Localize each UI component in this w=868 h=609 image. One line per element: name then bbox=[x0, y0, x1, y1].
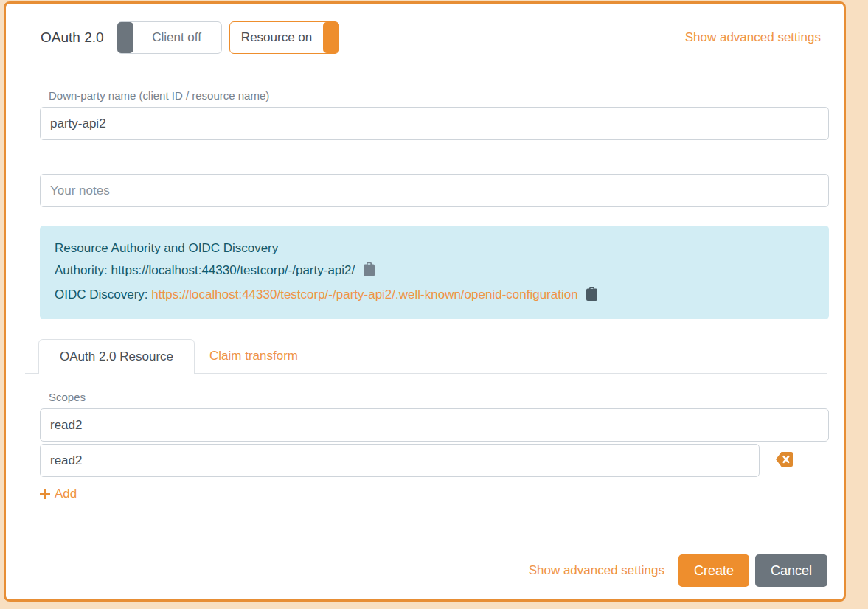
add-scope-button[interactable]: Add bbox=[40, 487, 77, 501]
form-area: Down-party name (client ID / resource na… bbox=[6, 89, 844, 319]
show-advanced-settings-link-top[interactable]: Show advanced settings bbox=[685, 30, 821, 45]
cancel-button[interactable]: Cancel bbox=[755, 554, 827, 587]
oidc-discovery-link[interactable]: https://localhost:44330/testcorp/-/party… bbox=[151, 288, 577, 302]
footer-divider bbox=[25, 537, 827, 537]
panel-footer: Show advanced settings Create Cancel bbox=[6, 554, 844, 587]
panel-header: OAuth 2.0 Client off Resource on Show ad… bbox=[6, 4, 844, 72]
info-box-title: Resource Authority and OIDC Discovery bbox=[55, 237, 814, 260]
resource-toggle-label: Resource on bbox=[230, 30, 338, 45]
discovery-line: OIDC Discovery: https://localhost:44330/… bbox=[55, 284, 814, 308]
backspace-delete-icon bbox=[776, 452, 793, 470]
resource-toggle[interactable]: Resource on bbox=[229, 21, 339, 54]
resource-authority-info-box: Resource Authority and OIDC Discovery Au… bbox=[40, 226, 829, 319]
scope-row bbox=[40, 444, 829, 477]
oauth-down-party-panel: OAuth 2.0 Client off Resource on Show ad… bbox=[4, 1, 846, 602]
show-advanced-settings-link-bottom[interactable]: Show advanced settings bbox=[529, 563, 664, 578]
remove-scope-button[interactable] bbox=[776, 452, 793, 470]
tab-oauth-resource[interactable]: OAuth 2.0 Resource bbox=[38, 339, 195, 374]
panel-title: OAuth 2.0 bbox=[41, 29, 104, 46]
scope-input-2[interactable] bbox=[40, 444, 760, 477]
authority-value: https://localhost:44330/testcorp/-/party… bbox=[111, 263, 355, 277]
notes-input[interactable] bbox=[40, 174, 829, 207]
authority-line: Authority: https://localhost:44330/testc… bbox=[55, 260, 814, 284]
scopes-section: Scopes Add bbox=[6, 391, 844, 501]
tab-claim-transform[interactable]: Claim transform bbox=[195, 338, 313, 373]
client-toggle-knob bbox=[117, 22, 133, 53]
add-scope-label: Add bbox=[55, 487, 77, 501]
copy-discovery-clipboard-icon[interactable] bbox=[586, 286, 597, 308]
scopes-label: Scopes bbox=[40, 391, 829, 403]
create-button[interactable]: Create bbox=[678, 554, 749, 587]
plus-icon bbox=[40, 489, 50, 499]
copy-authority-clipboard-icon[interactable] bbox=[364, 262, 375, 284]
resource-toggle-knob bbox=[323, 22, 339, 53]
scope-input-1[interactable] bbox=[40, 408, 829, 442]
client-toggle-label: Client off bbox=[118, 30, 221, 45]
client-toggle[interactable]: Client off bbox=[117, 21, 222, 54]
discovery-label: OIDC Discovery: bbox=[55, 288, 148, 302]
down-party-name-label: Down-party name (client ID / resource na… bbox=[40, 89, 829, 102]
down-party-name-input[interactable] bbox=[40, 107, 829, 140]
header-divider bbox=[25, 72, 827, 72]
tab-bar: OAuth 2.0 Resource Claim transform bbox=[25, 338, 827, 374]
authority-label: Authority: bbox=[55, 263, 108, 277]
